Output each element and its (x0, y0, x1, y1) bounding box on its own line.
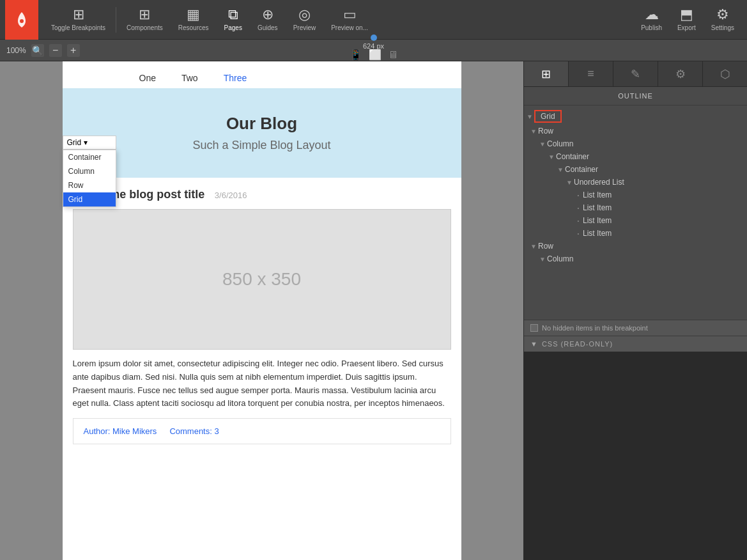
blog-content: Awesome blog post title 3/6/2016 850 x 3… (63, 178, 461, 455)
nav-tab-two[interactable]: Two (169, 68, 211, 88)
tree-item-list1[interactable]: • List Item (524, 189, 747, 201)
panel-tab-search[interactable]: ⬡ (703, 61, 747, 86)
li3-bullet: • (574, 218, 583, 224)
publish-label: Publish (641, 24, 662, 31)
settings-button[interactable]: ⚙ Settings (704, 0, 742, 40)
tree-item-container2[interactable]: ▼ Container (524, 163, 747, 176)
column2-label: Column (547, 254, 573, 263)
panel-tabs: ⊞ ≡ ✎ ⚙ ⬡ (524, 61, 747, 87)
panel-tab-menu[interactable]: ≡ (569, 61, 613, 86)
panel-tab-settings[interactable]: ⚙ (658, 61, 703, 86)
li2-label: List Item (583, 203, 612, 212)
dropdown-item-row[interactable]: Row (63, 178, 116, 192)
outline-tree[interactable]: ▼ Grid ▼ Row ▼ Column ▼ Container ▼ Cont (524, 105, 747, 320)
resources-button[interactable]: ▦ Resources (171, 0, 217, 40)
top-toolbar: ⊞ Toggle Breakpoints ⊞ Components ▦ Reso… (0, 0, 747, 40)
dropdown-menu: Container Column Row Grid (63, 150, 116, 207)
canvas-page: Grid ▾ Container Column Row Grid One Two… (63, 61, 461, 560)
preview-on-icon: ▭ (343, 8, 357, 22)
row2-toggle: ▼ (529, 243, 538, 250)
size-display: 624 px (363, 42, 384, 50)
breakpoint-indicator: 624 px 📱 ⬜ 🖥 (350, 40, 398, 61)
mobile-icon[interactable]: 📱 (350, 49, 362, 61)
svg-point-0 (20, 19, 24, 23)
css-panel-title: CSS (READ-ONLY) (542, 340, 613, 348)
menu-icon: ≡ (587, 67, 594, 81)
desktop-icon[interactable]: 🖥 (388, 49, 398, 61)
blog-footer: Author: Mike Mikers Comments: 3 (73, 418, 451, 444)
container1-label: Container (556, 152, 589, 161)
preview-on-button[interactable]: ▭ Preview on... (323, 0, 376, 40)
tablet-icon[interactable]: ⬜ (369, 49, 381, 61)
tree-item-container1[interactable]: ▼ Container (524, 150, 747, 163)
tree-item-unordered-list[interactable]: ▼ Unordered List (524, 176, 747, 189)
dropdown-item-container[interactable]: Container (63, 150, 116, 164)
element-type-dropdown[interactable]: Grid ▾ Container Column Row Grid (63, 136, 116, 207)
logo-button[interactable] (5, 0, 38, 40)
resources-icon: ▦ (187, 8, 200, 22)
li2-bullet: • (574, 205, 583, 211)
blog-header: Our Blog Such a Simple Blog Layout (63, 88, 461, 178)
export-button[interactable]: ⬒ Export (670, 0, 704, 40)
row1-toggle: ▼ (529, 128, 538, 135)
blog-subtitle: Such a Simple Blog Layout (75, 139, 449, 152)
hidden-items-notice: No hidden items in this breakpoint (524, 320, 747, 336)
blog-image: 850 x 350 (73, 209, 451, 350)
pages-button[interactable]: ⧉ Pages (217, 0, 250, 40)
tree-item-list2[interactable]: • List Item (524, 201, 747, 214)
nav-tab-one[interactable]: One (127, 68, 169, 88)
outline-header: OUTLINE (524, 87, 747, 105)
li4-label: List Item (583, 229, 612, 238)
zoom-in-button[interactable]: + (67, 44, 80, 57)
column1-toggle: ▼ (538, 141, 547, 148)
publish-button[interactable]: ☁ Publish (633, 0, 670, 40)
tree-item-list4[interactable]: • List Item (524, 227, 747, 240)
tree-item-row1[interactable]: ▼ Row (524, 125, 747, 137)
css-panel-header[interactable]: ▼ CSS (READ-ONLY) (524, 336, 747, 352)
canvas-area[interactable]: Grid ▾ Container Column Row Grid One Two… (0, 61, 523, 560)
toggle-breakpoints-button[interactable]: ⊞ Toggle Breakpoints (43, 0, 113, 40)
toggle-breakpoints-icon: ⊞ (73, 8, 84, 22)
li3-label: List Item (583, 216, 612, 225)
row1-label: Row (538, 127, 553, 136)
zoom-search-button[interactable]: 🔍 (31, 44, 44, 57)
css-area[interactable] (524, 352, 747, 561)
tree-item-grid[interactable]: ▼ Grid (524, 108, 747, 125)
dropdown-arrow: ▾ (84, 138, 88, 147)
tree-item-row2[interactable]: ▼ Row (524, 240, 747, 253)
hidden-checkbox[interactable] (530, 324, 538, 332)
author-link[interactable]: Author: Mike Mikers (84, 426, 157, 436)
li4-bullet: • (574, 231, 583, 237)
tree-item-column2[interactable]: ▼ Column (524, 253, 747, 265)
preview-label: Preview (293, 24, 316, 31)
settings-label: Settings (711, 24, 734, 31)
pages-icon: ⧉ (228, 8, 238, 22)
dropdown-selected: Grid (67, 138, 82, 147)
container1-toggle: ▼ (547, 153, 556, 160)
column2-toggle: ▼ (538, 256, 547, 263)
dropdown-trigger[interactable]: Grid ▾ (63, 136, 116, 150)
export-label: Export (677, 24, 696, 31)
tree-item-list3[interactable]: • List Item (524, 214, 747, 227)
li1-bullet: • (574, 192, 583, 198)
breakpoint-dot (371, 35, 377, 41)
dropdown-item-grid[interactable]: Grid (63, 192, 116, 206)
tree-item-column1[interactable]: ▼ Column (524, 137, 747, 150)
blog-body-text: Lorem ipsum dolor sit amet, consectetur … (73, 357, 451, 410)
comments-link[interactable]: Comments: 3 (169, 426, 219, 436)
nav-tab-three[interactable]: Three (211, 68, 260, 88)
guides-button[interactable]: ⊕ Guides (250, 0, 286, 40)
hidden-items-text: No hidden items in this breakpoint (542, 324, 648, 332)
preview-icon: ◎ (298, 8, 311, 22)
panel-tab-layers[interactable]: ⊞ (524, 61, 569, 86)
blog-nav: One Two Three (63, 61, 461, 88)
ul-toggle: ▼ (565, 179, 574, 186)
zoom-out-button[interactable]: − (49, 44, 62, 57)
components-button[interactable]: ⊞ Components (119, 0, 171, 40)
panel-tab-style[interactable]: ✎ (613, 61, 658, 86)
resources-label: Resources (178, 24, 209, 31)
dropdown-item-column[interactable]: Column (63, 164, 116, 178)
preview-button[interactable]: ◎ Preview (286, 0, 324, 40)
li1-label: List Item (583, 191, 612, 199)
search-panel-icon: ⬡ (720, 67, 730, 81)
